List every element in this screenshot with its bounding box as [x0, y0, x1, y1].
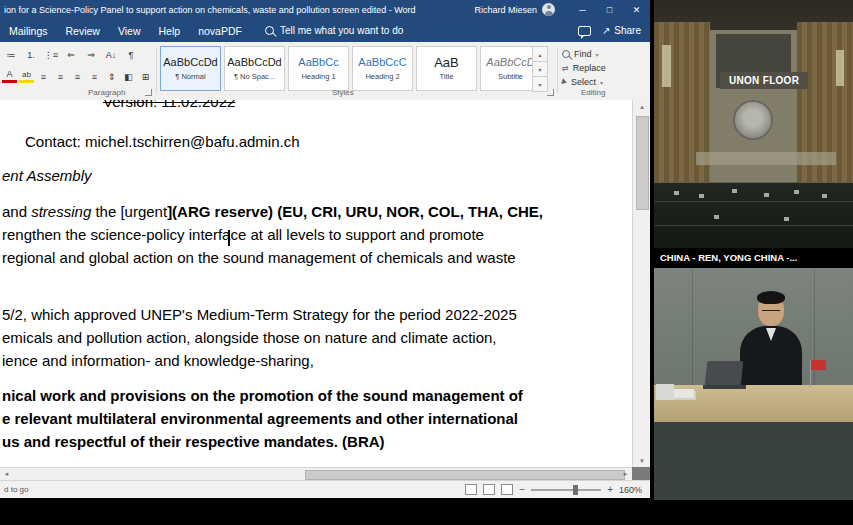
delegate-screen: [699, 194, 704, 198]
scroll-down-icon[interactable]: ▼: [633, 454, 650, 467]
align-center-icon[interactable]: ≡: [53, 68, 68, 85]
document-line: e relevant multilateral environmental ag…: [2, 410, 518, 427]
paragraph-dialog-launcher[interactable]: [145, 89, 152, 96]
styles-more-icon[interactable]: ▾: [532, 76, 548, 92]
ribbon-tabs-row: Mailings Review View Help novaPDF Tell m…: [0, 19, 650, 42]
scroll-left-icon[interactable]: ◄: [0, 468, 13, 480]
vertical-scroll-thumb[interactable]: [636, 116, 649, 210]
styles-group-label: Styles: [332, 88, 354, 97]
shading-icon[interactable]: ◧: [121, 68, 136, 85]
style-heading2[interactable]: AaBbCcC Heading 2: [352, 46, 413, 91]
zoom-slider-thumb[interactable]: [573, 485, 578, 495]
view-read-mode-button[interactable]: [465, 484, 477, 495]
replace-button[interactable]: ⇄ Replace: [562, 61, 648, 75]
zoom-in-button[interactable]: +: [607, 484, 613, 495]
view-web-layout-button[interactable]: [501, 484, 513, 495]
document-area: Version: 11.02.2022 Contact: michel.tsch…: [0, 100, 650, 480]
tab-mailings[interactable]: Mailings: [0, 19, 57, 42]
style-name: ¶ No Spac...: [234, 72, 275, 81]
delegate-screen: [764, 193, 769, 197]
zoom-slider[interactable]: [531, 489, 601, 491]
comments-icon[interactable]: [578, 26, 591, 36]
scroll-up-icon[interactable]: ▲: [633, 100, 650, 113]
font-color-icon[interactable]: A: [2, 68, 17, 83]
document-line: regional and global action on the sound …: [2, 249, 516, 266]
chevron-down-icon: ▾: [600, 79, 603, 86]
view-print-layout-button[interactable]: [483, 484, 495, 495]
style-name: ¶ Normal: [175, 72, 205, 81]
style-preview: AaB: [434, 56, 459, 69]
styles-scroll-up-icon[interactable]: ▴: [532, 46, 548, 62]
style-heading1[interactable]: AaBbCc Heading 1: [288, 46, 349, 91]
style-preview: AaBbCcC: [358, 56, 406, 69]
share-label: Share: [614, 25, 641, 36]
document-line: nical work and provisions on the promoti…: [2, 387, 523, 404]
style-name: Subtitle: [498, 72, 523, 81]
share-button[interactable]: ↗ Share: [602, 25, 641, 36]
style-title[interactable]: AaB Title: [416, 46, 477, 91]
un-emblem: [735, 102, 771, 138]
find-button[interactable]: Find ▾: [562, 47, 648, 61]
increase-indent-icon[interactable]: ⇒: [82, 46, 100, 63]
scroll-right-icon[interactable]: ►: [619, 468, 632, 480]
delegate-screen: [714, 215, 719, 219]
vertical-scrollbar[interactable]: ▲ ▼: [632, 100, 650, 467]
tell-me-box[interactable]: Tell me what you want to do: [265, 25, 403, 36]
video-detail: [654, 422, 853, 500]
sort-icon[interactable]: A↓: [102, 46, 120, 63]
video-detail: [703, 385, 746, 389]
align-left-icon[interactable]: ≡: [36, 68, 51, 85]
style-no-spacing[interactable]: AaBbCcDd ¶ No Spac...: [224, 46, 285, 91]
style-normal[interactable]: AaBbCcDd ¶ Normal: [160, 46, 221, 91]
window-title: ion for a Science-Policy Panel to suppor…: [4, 5, 416, 15]
tab-review[interactable]: Review: [57, 19, 109, 42]
tab-novapdf[interactable]: novaPDF: [189, 19, 251, 42]
multilevel-list-icon[interactable]: ⋮≡: [42, 46, 60, 63]
delegate-screen: [674, 191, 679, 195]
align-right-icon[interactable]: ≡: [70, 68, 85, 85]
find-icon: [562, 50, 570, 58]
line-spacing-icon[interactable]: ⇕: [104, 68, 119, 85]
zoom-out-button[interactable]: −: [519, 484, 525, 495]
show-paragraph-marks-icon[interactable]: ¶: [122, 46, 140, 63]
document-line: ent Assembly: [2, 167, 91, 184]
numbering-icon[interactable]: 1.: [22, 46, 40, 63]
title-bar: ion for a Science-Policy Panel to suppor…: [0, 0, 650, 19]
zoom-percentage[interactable]: 160%: [619, 485, 642, 495]
speaker-label-bar: CHINA - REN, YONG CHINA -...: [654, 248, 853, 268]
close-button[interactable]: ✕: [623, 0, 650, 19]
video-detail: [662, 45, 671, 87]
delegate-screen: [794, 190, 799, 194]
document-page[interactable]: Version: 11.02.2022 Contact: michel.tsch…: [0, 100, 632, 467]
select-button[interactable]: Select ▾: [562, 75, 648, 89]
china-flag: [811, 360, 826, 370]
select-cursor-icon: [561, 78, 568, 85]
horizontal-scrollbar[interactable]: ◄ ►: [0, 467, 632, 480]
tab-help[interactable]: Help: [150, 19, 190, 42]
video-detail: [656, 384, 674, 400]
delegate-screen: [784, 217, 789, 221]
highlight-icon[interactable]: ab: [19, 68, 34, 83]
user-name[interactable]: Richard Miesen: [474, 5, 537, 15]
decrease-indent-icon[interactable]: ⇐: [62, 46, 80, 63]
minimize-button[interactable]: ─: [569, 0, 596, 19]
tab-view[interactable]: View: [109, 19, 150, 42]
search-icon: [265, 26, 274, 35]
group-divider: [557, 47, 558, 93]
chevron-down-icon: ▾: [596, 51, 599, 58]
style-preview: AaBbCcDd: [227, 56, 281, 69]
bullets-icon[interactable]: ≔: [2, 46, 20, 63]
status-bar: d to go − + 160%: [0, 480, 650, 498]
styles-scroll-down-icon[interactable]: ▾: [532, 61, 548, 77]
horizontal-scroll-thumb[interactable]: [305, 470, 625, 480]
text-cursor: [228, 230, 230, 246]
word-window: ion for a Science-Policy Panel to suppor…: [0, 0, 650, 497]
editing-group: Find ▾ ⇄ Replace Select ▾: [562, 47, 648, 89]
justify-icon[interactable]: ≡: [87, 68, 102, 85]
user-avatar[interactable]: [542, 3, 555, 16]
video-panel: UNON FLOOR CHINA - REN, YONG CHINA -...: [654, 0, 853, 500]
paragraph-group: ≔ 1. ⋮≡ ⇐ ⇒ A↓ ¶ A ab ≡ ≡ ≡ ≡ ⇕ ◧ ⊞: [2, 46, 154, 85]
restore-button[interactable]: □: [596, 0, 623, 19]
borders-icon[interactable]: ⊞: [138, 68, 153, 85]
styles-dialog-launcher[interactable]: [547, 89, 554, 96]
